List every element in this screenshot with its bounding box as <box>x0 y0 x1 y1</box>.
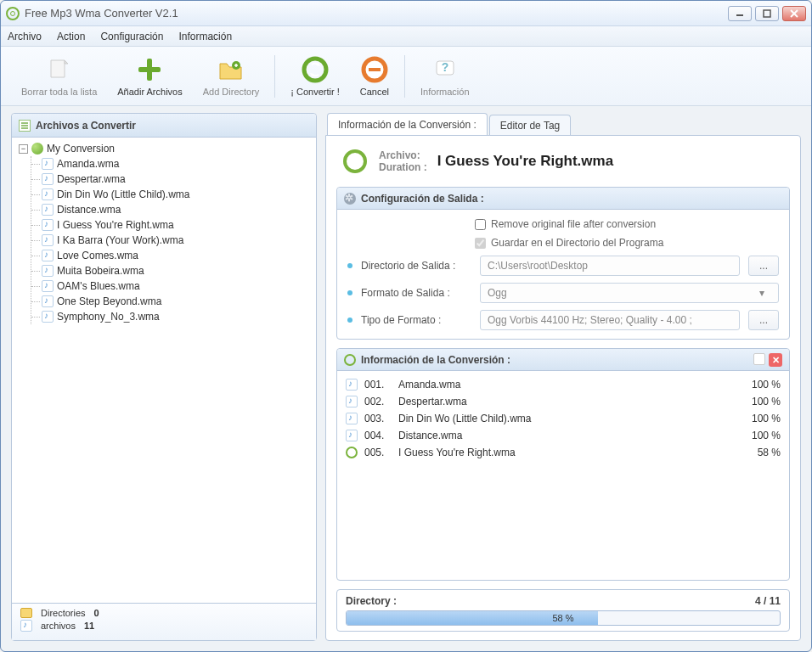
output-format-select[interactable]: Ogg ▾ <box>480 283 779 303</box>
tree-children: Amanda.wmaDespertar.wmaDin Din Wo (Littl… <box>31 156 309 324</box>
file-count-label: archivos <box>41 621 76 631</box>
plus-icon <box>136 56 163 83</box>
help-icon: ? <box>431 56 459 83</box>
browse-dir-button[interactable]: ... <box>748 256 779 276</box>
svg-rect-1 <box>764 10 770 17</box>
music-icon <box>42 219 54 231</box>
gear-icon <box>344 193 356 205</box>
convert-icon <box>302 56 329 83</box>
title-bar: Free Mp3 Wma Converter V2.1 <box>1 1 811 26</box>
add-files-button[interactable]: Añadir Archivos <box>107 53 192 100</box>
files-panel-header: Archivos a Convertir <box>12 114 316 138</box>
tab-bar: Información de la Conversión : Editor de… <box>325 113 801 135</box>
tree-item[interactable]: Symphony_No_3.wma <box>42 309 309 324</box>
clear-list-button[interactable]: Borrar toda la lista <box>11 53 107 100</box>
duration-label: Duration : <box>379 161 427 173</box>
row-percent: 100 % <box>738 396 781 408</box>
tree-item[interactable]: Amanda.wma <box>42 156 309 171</box>
maximize-button[interactable] <box>755 6 779 21</box>
music-icon <box>42 158 54 170</box>
bullet-icon <box>347 263 352 268</box>
tree-item[interactable]: Distance.wma <box>42 202 309 217</box>
tab-conversion-info[interactable]: Información de la Conversión : <box>327 113 488 135</box>
output-header-label: Configuración de Salida : <box>361 193 484 205</box>
app-window: Free Mp3 Wma Converter V2.1 Archivo Acti… <box>0 0 812 652</box>
file-tree[interactable]: − My Conversion Amanda.wmaDespertar.wmaD… <box>12 138 316 603</box>
music-icon <box>20 620 32 632</box>
output-format-value: Ogg <box>488 287 507 299</box>
format-options-button[interactable]: ... <box>748 310 779 330</box>
menu-configuracion[interactable]: Configuración <box>100 31 163 42</box>
output-format-label: Formato de Salida : <box>361 287 471 299</box>
list-icon <box>19 120 31 132</box>
file-name: Amanda.wma <box>57 158 119 170</box>
tab-tag-editor[interactable]: Editor de Tag <box>489 115 572 135</box>
output-config-header: Configuración de Salida : <box>337 188 789 210</box>
row-filename: I Guess You're Right.wma <box>398 447 731 458</box>
close-icon[interactable]: ✕ <box>769 353 782 367</box>
tree-item[interactable]: Love Comes.wma <box>42 248 309 263</box>
output-dir-field[interactable]: C:\Users\root\Desktop <box>480 256 740 276</box>
row-filename: Distance.wma <box>398 430 731 441</box>
tree-item[interactable]: I Guess You're Right.wma <box>42 217 309 233</box>
svg-rect-5 <box>138 67 161 72</box>
save-program-dir-checkbox[interactable] <box>475 238 486 249</box>
in-progress-icon <box>346 447 358 458</box>
cancel-button[interactable]: Cancel <box>350 53 399 100</box>
music-icon <box>42 311 54 323</box>
svg-point-7 <box>304 59 326 81</box>
row-index: 001. <box>364 379 392 391</box>
menu-action[interactable]: Action <box>57 31 85 42</box>
progress-box: Directory : 4 / 11 58 % <box>336 589 790 632</box>
conversion-list: 001.Amanda.wma100 %002.Despertar.wma100 … <box>337 371 789 466</box>
conversion-info-header: Información de la Conversión : ✕ <box>337 349 789 371</box>
toolbar: Borrar toda la lista Añadir Archivos Add… <box>1 47 811 106</box>
row-percent: 58 % <box>738 447 781 458</box>
conversion-row: 002.Despertar.wma100 % <box>346 393 781 410</box>
tree-item[interactable]: Muita Bobeira.wma <box>42 263 309 278</box>
music-icon <box>346 379 358 391</box>
convert-button[interactable]: ¡ Convertir ! <box>280 53 349 100</box>
music-icon <box>42 280 54 292</box>
folder-icon <box>20 608 32 618</box>
current-filename: I Guess You're Right.wma <box>437 153 613 170</box>
clear-icon <box>46 56 73 83</box>
music-icon <box>42 234 54 246</box>
music-icon <box>346 396 358 408</box>
menu-bar: Archivo Action Configuración Información <box>1 26 811 47</box>
row-percent: 100 % <box>738 430 781 441</box>
menu-archivo[interactable]: Archivo <box>8 31 42 42</box>
tree-item[interactable]: Despertar.wma <box>42 171 309 187</box>
dir-count-value: 0 <box>94 608 99 618</box>
tree-item[interactable]: One Step Beyond.wma <box>42 294 309 309</box>
add-directory-button[interactable]: Add Directory <box>193 53 270 100</box>
tree-item[interactable]: I Ka Barra (Your Work).wma <box>42 233 309 248</box>
tree-item[interactable]: OAM's Blues.wma <box>42 278 309 294</box>
conversion-icon <box>31 143 43 155</box>
remove-original-label: Remove original file after conversion <box>491 218 656 230</box>
row-index: 002. <box>364 396 392 408</box>
music-icon <box>42 188 54 200</box>
collapse-icon[interactable]: − <box>19 144 28 154</box>
dir-count-label: Directories <box>41 608 86 618</box>
remove-original-checkbox[interactable] <box>475 219 486 230</box>
progress-counter: 4 / 11 <box>755 595 781 607</box>
row-index: 005. <box>364 447 392 458</box>
clear-label: Borrar toda la lista <box>21 87 97 97</box>
bullet-icon <box>347 290 352 295</box>
output-config-box: Configuración de Salida : Remove origina… <box>336 187 790 340</box>
format-type-field[interactable]: Ogg Vorbis 44100 Hz; Stereo; Quality - 4… <box>480 310 740 330</box>
info-label: Información <box>420 87 469 97</box>
close-button[interactable] <box>782 6 806 21</box>
document-icon[interactable] <box>753 353 765 365</box>
menu-informacion[interactable]: Información <box>178 31 232 42</box>
cancel-label: Cancel <box>360 87 389 97</box>
tree-item[interactable]: Din Din Wo (Little Child).wma <box>42 187 309 202</box>
minimize-button[interactable] <box>728 6 752 21</box>
row-filename: Despertar.wma <box>398 396 731 408</box>
refresh-icon <box>341 148 369 175</box>
tree-root[interactable]: − My Conversion <box>19 143 309 155</box>
conversion-row: 003.Din Din Wo (Little Child).wma100 % <box>346 410 781 427</box>
svg-point-12 <box>345 151 365 171</box>
info-button[interactable]: ? Información <box>410 53 479 100</box>
